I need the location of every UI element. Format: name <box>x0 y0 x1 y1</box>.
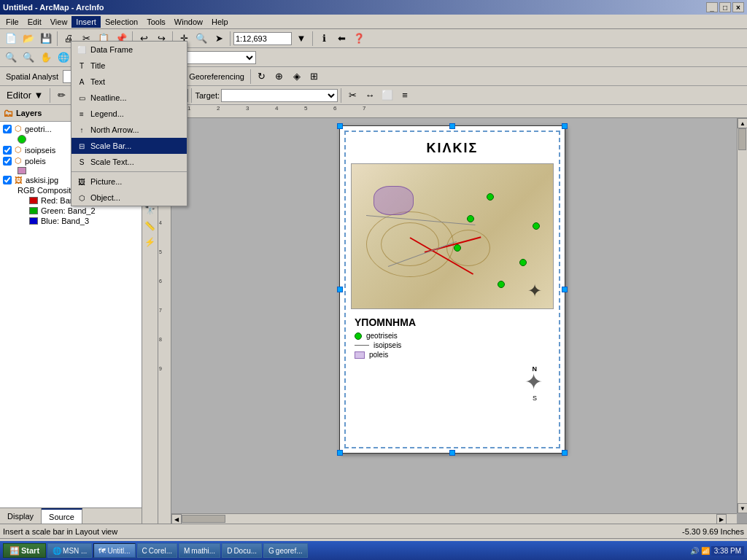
add-control-pts-btn[interactable]: ⊕ <box>271 69 287 85</box>
menu-file[interactable]: File <box>1 16 23 28</box>
edit-sketch-btn[interactable]: ⬜ <box>379 88 395 104</box>
zoom-prev-btn[interactable]: ⬅ <box>333 31 349 47</box>
start-icon: 🪟 <box>9 546 20 556</box>
menu-tools[interactable]: Tools <box>142 16 170 28</box>
layer-isoipseis-label: isoipseis <box>25 146 55 155</box>
menu-bar: File Edit View Insert Selection Tools Wi… <box>0 15 747 29</box>
hscroll-thumb[interactable] <box>182 515 225 523</box>
lightning-btn[interactable]: ⚡ <box>143 235 158 249</box>
menu-insert[interactable]: Insert <box>71 16 101 28</box>
rotate-map-btn[interactable]: ↻ <box>254 69 270 85</box>
mathi-icon: M <box>184 547 190 555</box>
menu-picture[interactable]: 🖼 Picture... <box>71 174 187 190</box>
pencil-btn[interactable]: ✏ <box>53 88 69 104</box>
tab-display[interactable]: Display <box>0 508 42 524</box>
start-button[interactable]: 🪟 Start <box>3 543 46 558</box>
menu-title[interactable]: T Title <box>71 58 187 74</box>
menu-edit[interactable]: Edit <box>23 16 46 28</box>
menu-legend[interactable]: ≡ Legend... <box>71 106 187 122</box>
save-btn[interactable]: 💾 <box>38 31 54 47</box>
menu-selection[interactable]: Selection <box>101 16 142 28</box>
handle-bot-mid[interactable] <box>449 450 455 456</box>
menu-window[interactable]: Window <box>170 16 207 28</box>
map-area[interactable]: 1 2 3 4 5 6 7 1 2 3 4 5 6 7 8 9 ▲ ▼ ◀ <box>158 105 747 524</box>
layer-geotriseis-icon: ⬡ <box>15 124 22 133</box>
topo-map: ✦ <box>352 164 553 308</box>
open-btn[interactable]: 📂 <box>20 31 36 47</box>
minimize-btn[interactable]: _ <box>706 2 718 12</box>
layer-blue-band: Blue: Band_3 <box>28 216 140 226</box>
scale-dropdown[interactable]: ▼ <box>293 31 309 47</box>
zoom-next-btn[interactable]: ❓ <box>351 31 367 47</box>
window-controls[interactable]: _ □ × <box>706 2 744 12</box>
north-label: N <box>533 365 538 373</box>
vscroll-up-btn[interactable]: ▲ <box>738 118 747 128</box>
scale-bar-icon: ⊟ <box>76 140 88 152</box>
taskbar-georef[interactable]: G georef... <box>263 543 307 558</box>
edit-vertices-btn[interactable]: ✂ <box>344 88 360 104</box>
handle-mid-right[interactable] <box>562 287 568 292</box>
scroll-corner <box>727 514 737 524</box>
edit-attr-btn[interactable]: ≡ <box>397 88 413 104</box>
taskbar-corel[interactable]: C Corel... <box>137 543 177 558</box>
taskbar-docu[interactable]: D Docu... <box>222 543 262 558</box>
maximize-btn[interactable]: □ <box>719 2 731 12</box>
handle-mid-left[interactable] <box>337 287 343 292</box>
select-btn[interactable]: ➤ <box>211 31 227 47</box>
ruler-horizontal: 1 2 3 4 5 6 7 <box>158 105 747 118</box>
menu-north-arrow[interactable]: ↑ North Arrow... <box>71 122 187 138</box>
layer-poleis-check[interactable] <box>3 157 12 166</box>
compass-rose: ✦ <box>527 281 542 301</box>
taskbar-mathi[interactable]: M mathi... <box>179 543 220 558</box>
menu-data-frame[interactable]: ⬜ Data Frame <box>71 42 187 58</box>
map-tip-btn[interactable]: ℹ <box>316 31 332 47</box>
menu-neatline[interactable]: ▭ Neatline... <box>71 90 187 106</box>
vertical-scrollbar[interactable]: ▲ ▼ <box>737 118 747 513</box>
layer-poleis-label: poleis <box>25 157 46 166</box>
layer-isoipseis-check[interactable] <box>3 146 12 155</box>
menu-object[interactable]: ⬡ Object... <box>71 190 187 206</box>
hscroll-right-btn[interactable]: ▶ <box>716 514 727 524</box>
layer-askisi-check[interactable] <box>3 176 12 184</box>
handle-top-left[interactable] <box>337 123 343 129</box>
menu-text[interactable]: A Text <box>71 74 187 90</box>
layer-geotriseis-check[interactable] <box>3 125 12 133</box>
object-icon: ⬡ <box>76 192 88 203</box>
scale-text-icon: S <box>76 156 88 168</box>
close-btn[interactable]: × <box>732 2 744 12</box>
handle-bot-left[interactable] <box>337 450 343 456</box>
geotriseis-swatch <box>18 135 26 144</box>
full-extent-btn[interactable]: 🌐 <box>55 50 71 66</box>
horizontal-scrollbar[interactable]: ◀ ▶ <box>171 513 737 524</box>
scale-input[interactable] <box>233 32 292 45</box>
georef-btn2[interactable]: ⊞ <box>306 69 322 85</box>
layers-title: Layers <box>16 109 42 117</box>
georef-tool[interactable]: ◈ <box>289 69 305 85</box>
vscroll-thumb[interactable] <box>738 128 746 150</box>
find-btn[interactable]: 🔍 <box>193 31 209 47</box>
menu-help[interactable]: Help <box>207 16 233 28</box>
menu-scale-text[interactable]: S Scale Text... <box>71 154 187 170</box>
menu-view[interactable]: View <box>46 16 72 28</box>
text-icon: A <box>76 76 88 88</box>
measure-btn[interactable]: 📏 <box>143 219 158 233</box>
zoom-in-btn[interactable]: 🔍 <box>3 50 19 66</box>
layer-askisi-icon: 🖼 <box>15 176 23 184</box>
pan-btn[interactable]: ✋ <box>38 50 54 66</box>
menu-scale-bar[interactable]: ⊟ Scale Bar... <box>71 138 187 154</box>
zoom-out-btn[interactable]: 🔍 <box>20 50 36 66</box>
vscroll-down-btn[interactable]: ▼ <box>738 503 747 513</box>
handle-top-mid[interactable] <box>449 123 455 129</box>
handle-top-right[interactable] <box>562 123 568 129</box>
target-select[interactable] <box>221 89 338 102</box>
new-btn[interactable]: 📄 <box>3 31 19 47</box>
page-layout[interactable]: ΚΙΛΚΙΣ <box>339 125 565 454</box>
red-swatch <box>29 197 38 204</box>
hscroll-left-btn[interactable]: ◀ <box>171 514 182 524</box>
handle-bot-right[interactable] <box>562 450 568 456</box>
taskbar-arcmap[interactable]: 🗺 Untitl... <box>93 543 135 558</box>
taskbar-msn[interactable]: 🌐 MSN ... <box>47 543 92 558</box>
editor-dropdown-btn[interactable]: Editor ▼ <box>3 88 47 104</box>
tab-source[interactable]: Source <box>42 508 82 524</box>
edit-task-btn[interactable]: ↔ <box>362 88 378 104</box>
